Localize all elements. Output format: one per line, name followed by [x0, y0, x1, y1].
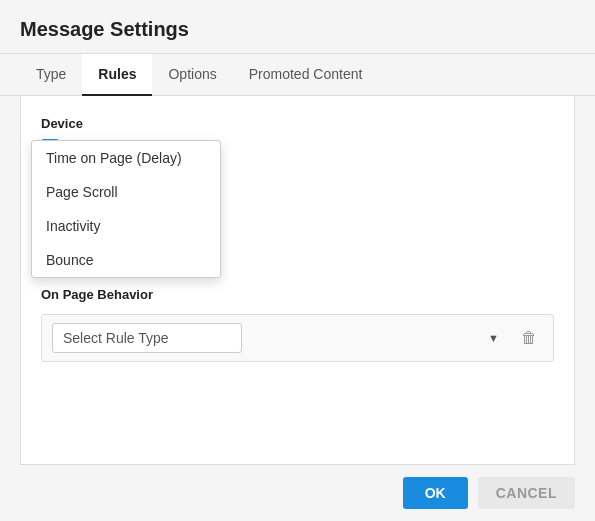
- dropdown-item-page-scroll[interactable]: Page Scroll: [32, 175, 220, 209]
- tab-bar: Type Rules Options Promoted Content: [0, 54, 595, 96]
- device-section-label: Device: [41, 116, 554, 131]
- page-title: Message Settings: [0, 0, 595, 53]
- rule-row: Select Rule Type Time on Page (Delay) Pa…: [41, 314, 554, 362]
- tab-type[interactable]: Type: [20, 54, 82, 96]
- delete-rule-button[interactable]: 🗑: [515, 325, 543, 351]
- on-page-behavior-section: On Page Behavior Select Rule Type Time o…: [41, 287, 554, 362]
- tab-promoted-content[interactable]: Promoted Content: [233, 54, 379, 96]
- rule-type-select[interactable]: Select Rule Type Time on Page (Delay) Pa…: [52, 323, 242, 353]
- tab-options[interactable]: Options: [152, 54, 232, 96]
- rule-type-dropdown: Time on Page (Delay) Page Scroll Inactiv…: [31, 140, 221, 278]
- tab-rules[interactable]: Rules: [82, 54, 152, 96]
- select-wrapper: Select Rule Type Time on Page (Delay) Pa…: [52, 323, 507, 353]
- content-area: Device + New Rule Target Pages + New Rul…: [20, 96, 575, 465]
- dropdown-item-time-on-page[interactable]: Time on Page (Delay): [32, 141, 220, 175]
- dropdown-item-inactivity[interactable]: Inactivity: [32, 209, 220, 243]
- chevron-down-icon: ▼: [488, 332, 499, 344]
- footer: OK CANCEL: [0, 465, 595, 521]
- on-page-behavior-label: On Page Behavior: [41, 287, 554, 302]
- dropdown-item-bounce[interactable]: Bounce: [32, 243, 220, 277]
- ok-button[interactable]: OK: [403, 477, 468, 509]
- page-container: Message Settings Type Rules Options Prom…: [0, 0, 595, 521]
- cancel-button[interactable]: CANCEL: [478, 477, 575, 509]
